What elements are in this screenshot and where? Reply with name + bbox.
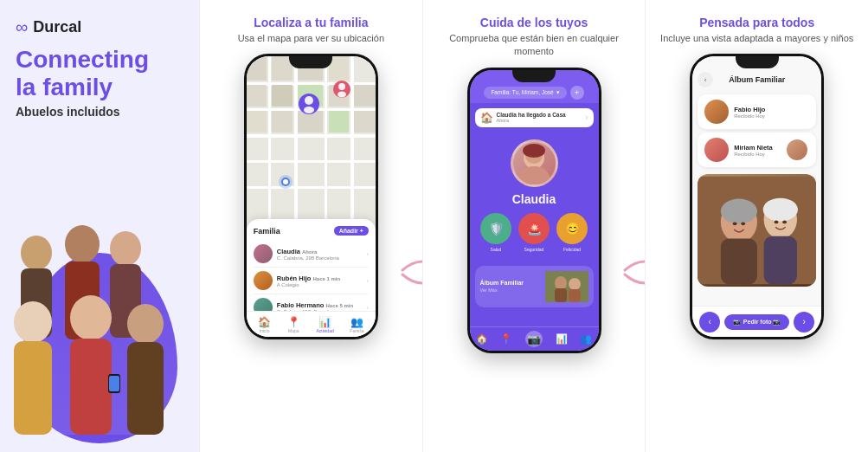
svg-rect-36 <box>329 111 349 132</box>
svg-point-8 <box>70 295 112 340</box>
health-button[interactable]: 🛡️ <box>480 213 511 244</box>
person-card-fabio: Fabio Hijo Recibido Hoy <box>698 94 816 129</box>
person-name: Miriam Nieta <box>734 144 773 152</box>
map-phone-screen: Familia Añadir + Claudia Ahora C. Calabr… <box>247 56 376 337</box>
mini-avatar <box>785 138 809 162</box>
nav-home-icon[interactable]: 🏠 <box>476 333 488 345</box>
svg-rect-29 <box>272 85 293 107</box>
care-desc: Comprueba que están bien en cualquier mo… <box>434 32 635 59</box>
svg-rect-20 <box>268 56 271 221</box>
svg-point-4 <box>110 231 141 266</box>
album-card: Álbum Familiar Ver Más <box>475 266 594 307</box>
hero-panel: ∞ Durcal Connecting la family Abuelos in… <box>0 0 199 452</box>
svg-point-39 <box>305 96 313 105</box>
happy-icon: 😊 <box>565 222 580 236</box>
phone-mockup-care: Familia: Tu, Miriam, José ▾ + 🏠 Claudia … <box>467 68 601 353</box>
nav-camera-icon[interactable]: 📷 <box>525 331 543 347</box>
svg-rect-21 <box>294 56 298 221</box>
svg-point-50 <box>523 144 545 158</box>
family-photo <box>0 175 182 435</box>
svg-rect-37 <box>354 111 376 132</box>
health-action[interactable]: 🛡️ Salud <box>480 213 511 252</box>
hero-title: Connecting la family <box>16 46 183 101</box>
avatar <box>254 271 273 290</box>
svg-point-12 <box>127 304 164 344</box>
svg-point-63 <box>763 198 798 222</box>
svg-point-43 <box>338 92 346 98</box>
nav-home[interactable]: 🏠Inicio <box>258 316 271 333</box>
svg-point-46 <box>283 179 288 184</box>
happy-label: Felicidad <box>563 247 581 252</box>
album-phone-screen: ‹ Álbum Familiar Fabio Hijo Recibido Hoy <box>692 56 821 337</box>
family-title: Familia <box>254 227 280 236</box>
back-button[interactable]: ‹ <box>698 72 713 87</box>
security-icon: 🚨 <box>527 222 542 236</box>
person-row: Rubén Hijo Hace 1 min A Colegio › <box>254 268 369 294</box>
add-button[interactable]: Añadir + <box>334 226 369 236</box>
map-screen: Familia Añadir + Claudia Ahora C. Calabr… <box>247 56 376 337</box>
svg-rect-18 <box>247 160 376 163</box>
album-screen-title: Álbum Familiar <box>713 75 800 84</box>
nav-map[interactable]: 📍Mapa <box>287 316 300 333</box>
connector-curve-2 <box>620 249 645 292</box>
received-time: Recibido Hoy <box>734 152 773 157</box>
person-name: Rubén Hijo Hace 1 min <box>277 274 362 282</box>
album-sub[interactable]: Ver Más <box>480 287 542 293</box>
svg-point-52 <box>555 276 567 290</box>
arrived-time: Ahora <box>497 118 566 123</box>
album-screen: ‹ Álbum Familiar Fabio Hijo Recibido Hoy <box>692 56 821 337</box>
svg-point-54 <box>569 278 581 290</box>
next-button[interactable]: › <box>794 312 814 333</box>
durcal-logo-icon: ∞ <box>16 17 28 37</box>
nav-activity[interactable]: 📊Actividad <box>316 316 333 333</box>
care-panel: Cuida de los tuyos Comprueba que están b… <box>422 0 646 452</box>
health-label: Salud <box>491 247 502 252</box>
care-title: Cuida de los tuyos <box>480 16 588 29</box>
pensada-title: Pensada para todos <box>699 16 814 29</box>
svg-point-66 <box>775 221 779 224</box>
logo-area: ∞ Durcal <box>16 17 183 37</box>
received-time: Recibido Hoy <box>734 113 765 119</box>
album-cards: Fabio Hijo Recibido Hoy Miriam Nieta Rec… <box>692 91 821 171</box>
person-card-miriam: Miriam Nieta Recibido Hoy <box>698 132 816 167</box>
security-action[interactable]: 🚨 Seguridad <box>518 213 550 252</box>
security-button[interactable]: 🚨 <box>518 213 550 244</box>
svg-point-2 <box>65 225 100 263</box>
happy-button[interactable]: 😊 <box>556 213 588 244</box>
chevron-right-icon: › <box>366 277 369 285</box>
health-icon: 🛡️ <box>489 222 504 236</box>
svg-rect-13 <box>127 342 164 435</box>
arrived-banner: 🏠 Claudia ha llegado a Casa Ahora › <box>475 108 594 127</box>
home-icon: 🏠 <box>480 112 493 124</box>
svg-point-0 <box>21 236 52 270</box>
svg-rect-32 <box>354 85 376 107</box>
svg-rect-28 <box>247 85 267 107</box>
svg-rect-14 <box>247 56 376 221</box>
svg-rect-23 <box>350 56 354 221</box>
svg-point-65 <box>741 223 745 226</box>
pensada-panel: Pensada para todos Incluye una vista ada… <box>645 0 868 452</box>
main-photo <box>698 174 816 287</box>
prev-button[interactable]: ‹ <box>699 312 720 333</box>
album-thumbnail <box>545 271 588 302</box>
security-label: Seguridad <box>524 247 544 252</box>
add-member-button[interactable]: + <box>570 86 584 100</box>
avatar <box>704 100 729 124</box>
svg-rect-24 <box>247 56 267 81</box>
happy-action[interactable]: 😊 Felicidad <box>556 213 588 252</box>
nav-map-icon[interactable]: 📍 <box>500 333 512 345</box>
phone-notch <box>512 70 556 82</box>
avatar <box>254 244 273 263</box>
map-title: Localiza a tu familia <box>254 16 368 29</box>
nav-family-icon[interactable]: 👥 <box>580 333 592 345</box>
person-info: Rubén Hijo Hace 1 min A Colegio <box>277 274 362 287</box>
family-header: Familia Añadir + <box>254 226 369 236</box>
nav-family[interactable]: 👥Familia <box>350 316 363 333</box>
map-svg <box>247 56 376 221</box>
chevron-right-icon: › <box>585 113 588 122</box>
svg-rect-17 <box>247 134 376 138</box>
phone-mockup-map: Familia Añadir + Claudia Ahora C. Calabr… <box>244 54 378 339</box>
request-photo-button[interactable]: 📷 Pedir foto 📷 <box>724 314 790 330</box>
svg-point-6 <box>14 301 52 343</box>
nav-activity-icon[interactable]: 📊 <box>556 333 568 345</box>
